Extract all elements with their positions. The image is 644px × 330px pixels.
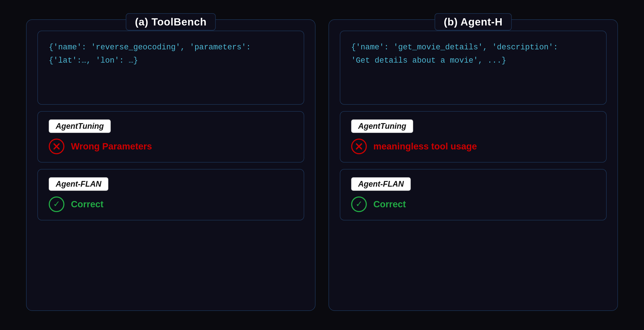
agenth-agentflan-result-row: Correct	[351, 196, 406, 212]
agenth-agentflan-label: Agent-FLAN	[358, 180, 404, 188]
toolbench-agentflan-result-row: Correct	[49, 196, 103, 212]
agenth-panel: (b) Agent-H {'name': 'get_movie_details'…	[328, 19, 618, 311]
agenth-agenttuning-result: meaningless tool usage	[373, 141, 477, 152]
agenth-agentflan-label-wrapper: Agent-FLAN	[351, 177, 411, 191]
agenth-agentflan-result: Correct	[373, 199, 406, 210]
toolbench-code-block: {'name': 'reverse_geocoding', 'parameter…	[38, 31, 304, 105]
correct-icon-right	[351, 196, 367, 212]
toolbench-agenttuning-result: Wrong Parameters	[71, 141, 152, 152]
agenth-agentflan-block: Agent-FLAN Correct	[340, 169, 606, 220]
agenth-agenttuning-label: AgentTuning	[358, 122, 406, 130]
toolbench-agenttuning-label-wrapper: AgentTuning	[49, 120, 111, 133]
toolbench-title: (a) ToolBench	[135, 16, 206, 28]
toolbench-panel: (a) ToolBench {'name': 'reverse_geocodin…	[26, 19, 316, 311]
toolbench-code-text: {'name': 'reverse_geocoding', 'parameter…	[49, 41, 251, 67]
agenth-code-block: {'name': 'get_movie_details', 'descripti…	[340, 31, 606, 105]
agenth-title-wrapper: (b) Agent-H	[435, 13, 512, 30]
toolbench-agenttuning-label: AgentTuning	[56, 122, 104, 130]
agenth-agenttuning-block: AgentTuning meaningless tool usage	[340, 111, 606, 162]
toolbench-agentflan-result: Correct	[71, 199, 103, 210]
agenth-agenttuning-result-row: meaningless tool usage	[351, 138, 477, 154]
main-container: (a) ToolBench {'name': 'reverse_geocodin…	[18, 11, 626, 320]
toolbench-agentflan-label: Agent-FLAN	[56, 180, 102, 188]
agenth-title: (b) Agent-H	[444, 16, 502, 28]
agenth-code-text: {'name': 'get_movie_details', 'descripti…	[351, 41, 558, 67]
toolbench-agentflan-label-wrapper: Agent-FLAN	[49, 177, 108, 191]
correct-icon-left	[49, 196, 64, 212]
wrong-icon-right	[351, 138, 367, 154]
toolbench-agentflan-block: Agent-FLAN Correct	[38, 169, 304, 220]
agenth-agenttuning-label-wrapper: AgentTuning	[351, 120, 413, 133]
toolbench-agenttuning-block: AgentTuning Wrong Parameters	[38, 111, 304, 162]
toolbench-agenttuning-result-row: Wrong Parameters	[49, 138, 152, 154]
toolbench-title-wrapper: (a) ToolBench	[126, 13, 216, 30]
wrong-icon-left	[49, 138, 64, 154]
